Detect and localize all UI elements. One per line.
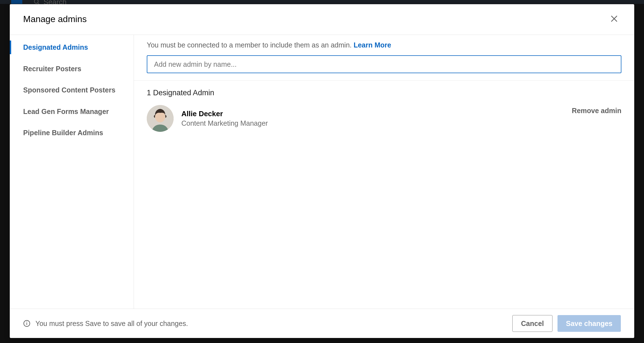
admin-list-section: 1 Designated Admin <box>134 81 634 309</box>
sidebar: Designated Admins Recruiter Posters Spon… <box>10 35 134 309</box>
modal-header: Manage admins <box>10 4 634 35</box>
sidebar-item-label: Recruiter Posters <box>23 65 81 73</box>
learn-more-link[interactable]: Learn More <box>354 41 391 49</box>
sidebar-item-sponsored-content-posters[interactable]: Sponsored Content Posters <box>10 79 134 101</box>
info-icon <box>23 320 30 327</box>
main-panel: You must be connected to a member to inc… <box>134 35 634 309</box>
info-text-content: You must be connected to a member to inc… <box>147 41 354 49</box>
admin-row-left: Allie Decker Content Marketing Manager <box>147 105 268 132</box>
sidebar-item-label: Sponsored Content Posters <box>23 86 116 94</box>
info-text: You must be connected to a member to inc… <box>147 41 621 49</box>
footer-note: You must press Save to save all of your … <box>35 320 188 328</box>
info-section: You must be connected to a member to inc… <box>134 35 634 81</box>
sidebar-item-lead-gen-forms-manager[interactable]: Lead Gen Forms Manager <box>10 101 134 122</box>
admin-name: Allie Decker <box>181 109 268 118</box>
admin-row: Allie Decker Content Marketing Manager R… <box>147 105 621 132</box>
remove-admin-button[interactable]: Remove admin <box>572 105 621 115</box>
admin-count-label: 1 Designated Admin <box>147 89 621 97</box>
sidebar-item-label: Lead Gen Forms Manager <box>23 108 109 115</box>
modal-footer: You must press Save to save all of your … <box>10 309 634 338</box>
close-icon <box>610 14 619 23</box>
modal-title: Manage admins <box>23 14 87 24</box>
sidebar-item-pipeline-builder-admins[interactable]: Pipeline Builder Admins <box>10 122 134 144</box>
sidebar-item-designated-admins[interactable]: Designated Admins <box>10 37 134 58</box>
sidebar-item-label: Pipeline Builder Admins <box>23 129 103 137</box>
modal-body: Designated Admins Recruiter Posters Spon… <box>10 35 634 309</box>
footer-buttons: Cancel Save changes <box>512 315 621 332</box>
svg-point-9 <box>27 321 27 322</box>
add-admin-input[interactable] <box>147 55 621 73</box>
manage-admins-modal: Manage admins Designated Admins Recruite… <box>10 4 634 338</box>
footer-left: You must press Save to save all of your … <box>23 320 188 328</box>
save-changes-button[interactable]: Save changes <box>558 315 621 332</box>
cancel-button[interactable]: Cancel <box>512 315 552 332</box>
admin-info: Allie Decker Content Marketing Manager <box>181 109 268 127</box>
avatar <box>147 105 174 132</box>
avatar-image <box>147 105 174 132</box>
sidebar-item-recruiter-posters[interactable]: Recruiter Posters <box>10 58 134 80</box>
admin-title: Content Marketing Manager <box>181 119 268 127</box>
close-button[interactable] <box>607 12 621 26</box>
sidebar-item-label: Designated Admins <box>23 43 88 51</box>
